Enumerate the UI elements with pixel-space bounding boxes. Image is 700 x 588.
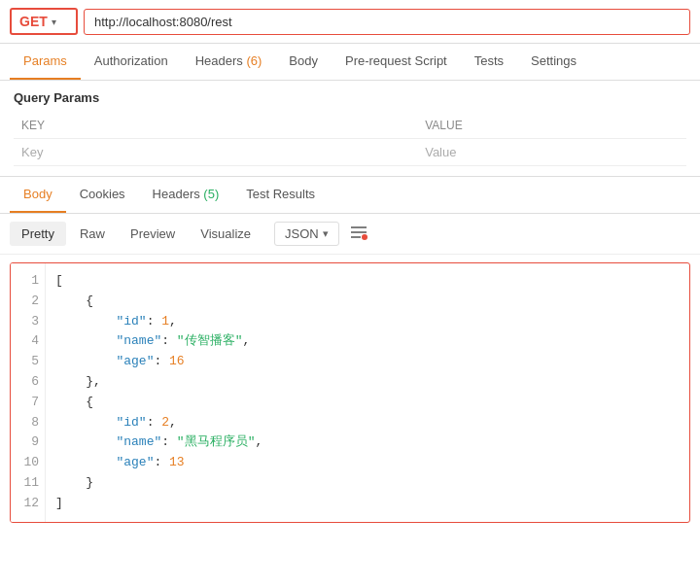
query-params-title: Query Params	[14, 90, 686, 105]
code-area: 1 2 3 4 5 6 7 8 9 10 11 12 [ { "id": 1, …	[10, 262, 690, 523]
line-numbers: 1 2 3 4 5 6 7 8 9 10 11 12	[11, 263, 46, 522]
table-row: Key Value	[14, 139, 686, 166]
tab-headers[interactable]: Headers (6)	[182, 44, 276, 80]
svg-point-3	[362, 234, 368, 240]
format-tab-pretty[interactable]: Pretty	[10, 222, 66, 246]
tab-body[interactable]: Body	[275, 44, 332, 80]
tab-pre-request-script[interactable]: Pre-request Script	[332, 44, 461, 80]
params-section: Query Params KEY VALUE Key Value	[0, 81, 700, 176]
response-tabs: Body Cookies Headers (5) Test Results	[0, 177, 700, 214]
format-tab-raw[interactable]: Raw	[68, 222, 117, 246]
code-content: [ { "id": 1, "name": "传智播客", "age": 16 }…	[46, 263, 689, 522]
tab-settings[interactable]: Settings	[517, 44, 590, 80]
url-bar: GET ▾	[0, 0, 700, 44]
response-headers-badge: (5)	[203, 187, 219, 201]
tab-test-results[interactable]: Test Results	[232, 177, 329, 213]
json-format-select[interactable]: JSON ▾	[274, 222, 339, 246]
tab-headers-response[interactable]: Headers (5)	[139, 177, 233, 213]
value-column-header: VALUE	[417, 113, 686, 139]
body-format-bar: Pretty Raw Preview Visualize JSON ▾	[0, 214, 700, 255]
json-format-label: JSON	[285, 226, 319, 241]
tab-authorization[interactable]: Authorization	[81, 44, 182, 80]
params-table: KEY VALUE Key Value	[14, 113, 686, 166]
method-select[interactable]: GET ▾	[10, 8, 78, 35]
tab-params[interactable]: Params	[10, 44, 81, 80]
tab-cookies[interactable]: Cookies	[66, 177, 139, 213]
format-tab-visualize[interactable]: Visualize	[189, 222, 262, 246]
request-tabs: Params Authorization Headers (6) Body Pr…	[0, 44, 700, 81]
method-label: GET	[19, 14, 48, 29]
tab-tests[interactable]: Tests	[461, 44, 517, 80]
filter-icon[interactable]	[349, 224, 368, 245]
key-column-header: KEY	[14, 113, 417, 139]
value-placeholder[interactable]: Value	[417, 139, 686, 166]
chevron-down-icon: ▾	[52, 17, 56, 27]
url-input[interactable]	[84, 9, 690, 35]
key-placeholder[interactable]: Key	[14, 139, 417, 166]
format-tab-preview[interactable]: Preview	[119, 222, 187, 246]
json-chevron-icon: ▾	[323, 227, 329, 240]
headers-badge: (6)	[246, 53, 262, 68]
tab-body-response[interactable]: Body	[10, 177, 66, 213]
